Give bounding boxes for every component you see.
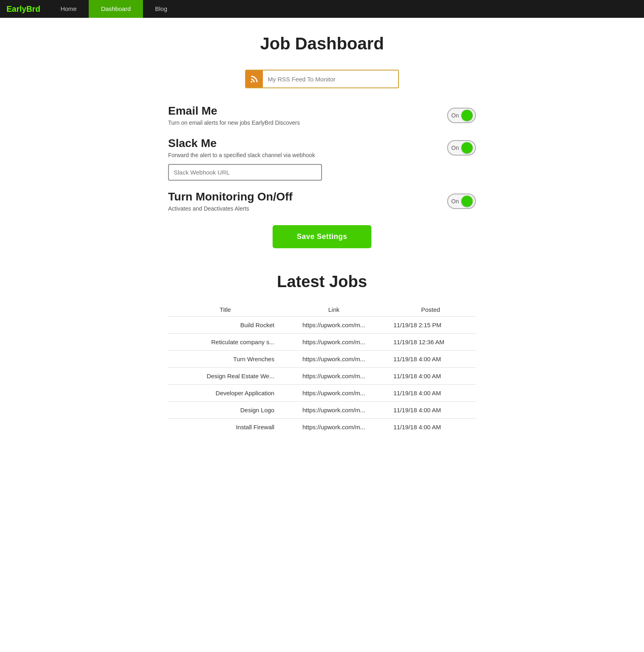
job-posted: 11/19/18 4:00 AM	[385, 418, 476, 435]
table-row: Reticulate company s... https://upwork.c…	[168, 333, 476, 350]
nav-home[interactable]: Home	[48, 0, 89, 18]
table-row: Turn Wrenches https://upwork.com/m... 11…	[168, 350, 476, 367]
email-toggle-label: On	[451, 112, 459, 119]
table-row: Design Logo https://upwork.com/m... 11/1…	[168, 401, 476, 418]
job-title: Design Real Estate We...	[168, 367, 282, 384]
slack-toggle-label: On	[451, 145, 459, 151]
job-title: Developer Application	[168, 384, 282, 401]
job-link[interactable]: https://upwork.com/m...	[282, 401, 385, 418]
main-content: Job Dashboard Email Me Turn on email ale…	[160, 18, 484, 452]
job-title: Install Firewall	[168, 418, 282, 435]
email-setting-row: Email Me Turn on email alerts for new jo…	[168, 104, 476, 127]
col-title: Title	[168, 303, 282, 317]
job-posted: 11/19/18 4:00 AM	[385, 401, 476, 418]
monitoring-toggle[interactable]: On	[447, 194, 476, 209]
jobs-table-body: Build Rocket https://upwork.com/m... 11/…	[168, 316, 476, 435]
monitoring-toggle-knob	[461, 196, 473, 207]
nav-links: Home Dashboard Blog	[48, 0, 179, 18]
monitoring-setting-row: Turn Monitoring On/Off Activates and Dea…	[168, 190, 476, 213]
email-toggle[interactable]: On	[447, 108, 476, 123]
job-title: Build Rocket	[168, 316, 282, 333]
slack-toggle-knob	[461, 142, 473, 153]
slack-setting-desc: Forward the alert to a specified slack c…	[168, 151, 431, 160]
email-toggle-wrapper: On	[447, 108, 476, 123]
job-link[interactable]: https://upwork.com/m...	[282, 418, 385, 435]
monitoring-setting-desc: Activates and Deactivates Alerts	[168, 205, 431, 213]
save-button[interactable]: Save Settings	[273, 225, 372, 248]
col-link: Link	[282, 303, 385, 317]
rss-icon	[246, 70, 263, 87]
job-posted: 11/19/18 4:00 AM	[385, 350, 476, 367]
slack-toggle[interactable]: On	[447, 140, 476, 156]
slack-setting-row: Slack Me Forward the alert to a specifie…	[168, 137, 476, 181]
slack-setting-title: Slack Me	[168, 137, 431, 150]
col-posted: Posted	[385, 303, 476, 317]
svg-point-0	[251, 81, 252, 83]
job-title: Reticulate company s...	[168, 333, 282, 350]
job-link[interactable]: https://upwork.com/m...	[282, 316, 385, 333]
job-posted: 11/19/18 2:15 PM	[385, 316, 476, 333]
slack-webhook-input[interactable]	[168, 164, 322, 181]
job-title: Turn Wrenches	[168, 350, 282, 367]
nav-dashboard[interactable]: Dashboard	[89, 0, 143, 18]
rss-feed-input[interactable]	[263, 70, 398, 87]
job-link[interactable]: https://upwork.com/m...	[282, 384, 385, 401]
jobs-table: Title Link Posted Build Rocket https://u…	[168, 303, 476, 435]
job-link[interactable]: https://upwork.com/m...	[282, 367, 385, 384]
brand-logo[interactable]: EarlyBrd	[6, 4, 40, 14]
save-button-wrapper: Save Settings	[168, 225, 476, 248]
monitoring-toggle-label: On	[451, 198, 459, 205]
email-setting-title: Email Me	[168, 104, 431, 117]
nav-blog[interactable]: Blog	[143, 0, 179, 18]
latest-jobs-title: Latest Jobs	[168, 273, 476, 291]
monitoring-setting-info: Turn Monitoring On/Off Activates and Dea…	[168, 190, 431, 213]
email-toggle-knob	[461, 110, 473, 121]
navbar: EarlyBrd Home Dashboard Blog	[0, 0, 644, 18]
table-row: Build Rocket https://upwork.com/m... 11/…	[168, 316, 476, 333]
email-setting-info: Email Me Turn on email alerts for new jo…	[168, 104, 431, 127]
table-row: Design Real Estate We... https://upwork.…	[168, 367, 476, 384]
monitoring-toggle-wrapper: On	[447, 194, 476, 209]
jobs-table-header: Title Link Posted	[168, 303, 476, 317]
slack-toggle-wrapper: On	[447, 140, 476, 156]
table-row: Install Firewall https://upwork.com/m...…	[168, 418, 476, 435]
job-posted: 11/19/18 4:00 AM	[385, 367, 476, 384]
job-link[interactable]: https://upwork.com/m...	[282, 350, 385, 367]
page-title: Job Dashboard	[168, 34, 476, 53]
slack-setting-info: Slack Me Forward the alert to a specifie…	[168, 137, 431, 181]
rss-input-wrapper	[245, 70, 399, 88]
job-posted: 11/19/18 12:36 AM	[385, 333, 476, 350]
table-row: Developer Application https://upwork.com…	[168, 384, 476, 401]
email-setting-desc: Turn on email alerts for new jobs EarlyB…	[168, 119, 431, 127]
job-title: Design Logo	[168, 401, 282, 418]
job-link[interactable]: https://upwork.com/m...	[282, 333, 385, 350]
monitoring-setting-title: Turn Monitoring On/Off	[168, 190, 431, 203]
job-posted: 11/19/18 4:00 AM	[385, 384, 476, 401]
